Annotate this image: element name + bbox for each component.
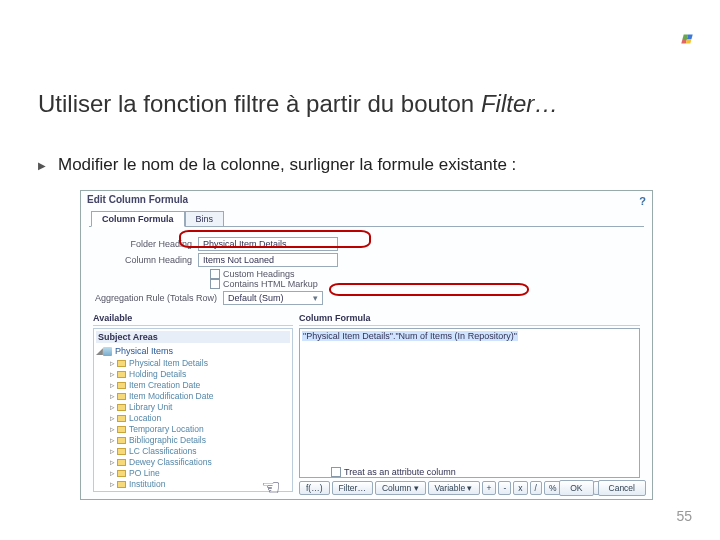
dialog-tabs: Column Formula Bins [91,210,652,226]
cancel-button[interactable]: Cancel [598,480,646,496]
filter-button[interactable]: Filter… [332,481,373,495]
mult-button[interactable]: x [513,481,527,495]
folder-icon [117,415,126,422]
variable-button[interactable]: Variable ▾ [428,481,480,495]
tree-item[interactable]: ▹Item Modification Date [110,390,290,401]
folder-heading-label: Folder Heading [93,239,198,249]
folder-heading-field[interactable]: Physical Item Details [198,237,338,251]
tree-item[interactable]: ▹Location [110,412,290,423]
available-label: Available [93,311,293,326]
folder-icon [117,393,126,400]
dialog-title: Edit Column Formula [81,191,652,208]
treat-as-attribute-label: Treat as an attribute column [344,467,456,477]
tab-bins[interactable]: Bins [185,211,225,227]
help-icon[interactable]: ? [639,195,646,207]
folder-icon [117,481,126,488]
folder-icon [117,382,126,389]
slide-title: Utiliser la fonction filtre à partir du … [38,90,558,118]
tree-item[interactable]: ▹Bibliographic Details [110,434,290,445]
edit-column-formula-dialog: Edit Column Formula ? Column Formula Bin… [80,190,653,500]
fx-button[interactable]: f(…) [299,481,330,495]
folder-icon [117,371,126,378]
column-button[interactable]: Column ▾ [375,481,426,495]
bullet-icon: ▶ [38,160,46,171]
tree-item[interactable]: ▹LC Classifications [110,445,290,456]
subject-areas-header: Subject Areas [96,331,290,343]
page-number: 55 [676,508,692,524]
slide-title-em: Filter… [481,90,558,117]
column-heading-label: Column Heading [93,255,198,265]
tree-children: ▹Physical Item Details ▹Holding Details … [96,357,290,489]
subline-text: Modifier le nom de la colonne, surligner… [58,155,516,174]
contains-html-label: Contains HTML Markup [223,279,318,289]
custom-headings-label: Custom Headings [223,269,295,279]
column-formula-textarea[interactable]: "Physical Item Details"."Num of Items (I… [299,328,640,478]
tree-item[interactable]: ▹Temporary Location [110,423,290,434]
treat-as-attribute-checkbox[interactable] [331,467,341,477]
folder-icon [117,459,126,466]
tree-item[interactable]: ▹PO Line [110,467,290,478]
column-heading-field[interactable]: Items Not Loaned [198,253,338,267]
ok-button[interactable]: OK [559,480,593,496]
tree-root[interactable]: ◢Physical Items [96,345,290,357]
custom-headings-checkbox[interactable] [210,269,220,279]
agg-label: Aggregation Rule (Totals Row) [93,293,223,303]
chevron-down-icon: ▾ [313,293,318,303]
brand-logo [678,30,696,52]
minus-button[interactable]: - [498,481,511,495]
column-formula-label: Column Formula [299,311,640,326]
plus-button[interactable]: + [482,481,497,495]
div-button[interactable]: / [530,481,542,495]
treat-as-attribute-row: Treat as an attribute column [331,467,456,477]
folder-icon [117,470,126,477]
tab-body: Folder Heading Physical Item Details Col… [89,226,644,503]
slide-subline: ▶Modifier le nom de la colonne, surligne… [38,155,516,175]
tree-item[interactable]: ▹Item Creation Date [110,379,290,390]
tree-item[interactable]: ▹Physical Item Details [110,357,290,368]
dialog-footer: OK Cancel [559,480,646,496]
tab-column-formula[interactable]: Column Formula [91,211,185,227]
subject-areas-tree[interactable]: Subject Areas ◢Physical Items ▹Physical … [93,328,293,492]
tree-item[interactable]: ▹Library Unit [110,401,290,412]
contains-html-checkbox[interactable] [210,279,220,289]
cube-icon [103,347,112,356]
tree-item[interactable]: ▹Institution [110,478,290,489]
folder-icon [117,404,126,411]
slide-title-text: Utiliser la fonction filtre à partir du … [38,90,481,117]
agg-select[interactable]: Default (Sum)▾ [223,291,323,305]
folder-icon [117,360,126,367]
tree-item[interactable]: ▹Holding Details [110,368,290,379]
formula-selection: "Physical Item Details"."Num of Items (I… [302,331,518,341]
tree-item[interactable]: ▹Dewey Classifications [110,456,290,467]
folder-icon [117,437,126,444]
folder-icon [117,448,126,455]
folder-icon [117,426,126,433]
